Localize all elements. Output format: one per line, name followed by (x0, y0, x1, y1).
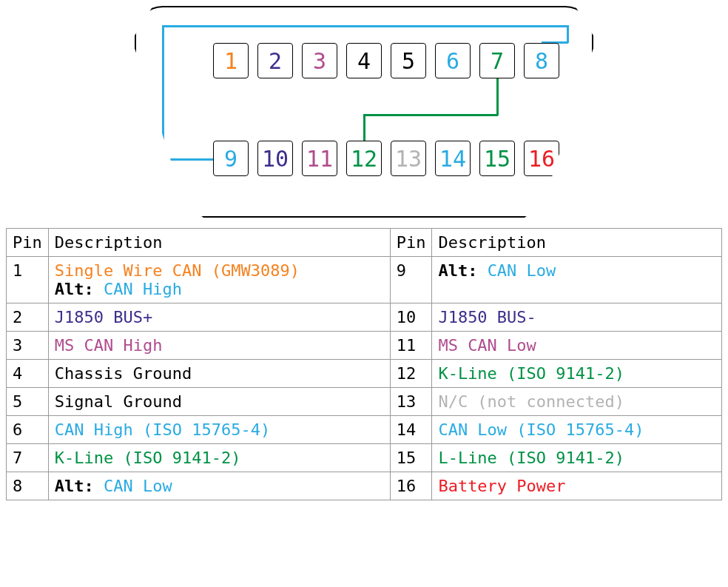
desc-text: Chassis Ground (55, 364, 192, 383)
table-row: 3 MS CAN High 11 MS CAN Low (7, 332, 722, 360)
pin-num: 5 (7, 388, 49, 416)
pin-16: 16 (524, 141, 559, 176)
desc-text: Signal Ground (55, 392, 182, 411)
pin-num: 3 (7, 332, 49, 360)
desc-text: MS CAN High (55, 336, 163, 355)
wire-blue (162, 25, 568, 27)
alt-text: CAN Low (104, 477, 172, 495)
pin-4: 4 (346, 43, 382, 78)
pin-row-top: 1 2 3 4 5 6 7 8 (213, 43, 559, 78)
pinout-table: Pin Description Pin Description 1 Single… (6, 228, 722, 500)
pin-1: 1 (213, 43, 249, 78)
pin-desc: J1850 BUS- (432, 303, 722, 332)
desc-text: K-Line (ISO 9141-2) (438, 364, 624, 383)
wire-green (363, 114, 498, 116)
pin-5: 5 (391, 43, 426, 78)
pin-desc: MS CAN High (48, 332, 390, 360)
table-row: 8 Alt: CAN Low 16 Battery Power (7, 472, 722, 500)
col-pin: Pin (7, 229, 49, 257)
desc-text: MS CAN Low (438, 336, 536, 355)
desc-text: K-Line (ISO 9141-2) (55, 449, 241, 467)
table-row: 6 CAN High (ISO 15765-4) 14 CAN Low (ISO… (7, 416, 722, 444)
pin-num: 14 (390, 416, 432, 444)
pin-desc: MS CAN Low (432, 332, 722, 360)
desc-text: Battery Power (438, 477, 565, 495)
pin-3: 3 (302, 43, 337, 78)
pin-num: 7 (7, 444, 49, 472)
table-row: 1 Single Wire CAN (GMW3089) Alt: CAN Hig… (7, 257, 722, 303)
table-row: 2 J1850 BUS+ 10 J1850 BUS- (7, 303, 722, 332)
col-pin: Pin (390, 229, 432, 257)
pin-2: 2 (257, 43, 293, 78)
pin-num: 9 (390, 257, 432, 303)
desc-text: CAN High (ISO 15765-4) (55, 420, 270, 439)
pin-desc: Signal Ground (48, 388, 390, 416)
obd-connector-diagram: 1 2 3 4 5 6 7 8 9 10 11 12 13 14 15 16 (135, 6, 593, 218)
pin-num: 6 (7, 416, 49, 444)
pin-desc: N/C (not connected) (432, 388, 722, 416)
wire-green (363, 114, 365, 142)
pin-desc: K-Line (ISO 9141-2) (432, 360, 722, 388)
connector-outline: 1 2 3 4 5 6 7 8 9 10 11 12 13 14 15 16 (135, 6, 593, 218)
pin-row-bottom: 9 10 11 12 13 14 15 16 (213, 141, 559, 176)
pin-8: 8 (524, 43, 559, 78)
col-desc: Description (432, 229, 722, 257)
pin-num: 15 (390, 444, 432, 472)
desc-text: J1850 BUS- (438, 308, 536, 326)
alt-text: CAN Low (488, 261, 556, 280)
pin-num: 13 (390, 388, 432, 416)
pin-num: 11 (390, 332, 432, 360)
table-row: 5 Signal Ground 13 N/C (not connected) (7, 388, 722, 416)
pin-11: 11 (302, 141, 337, 176)
pin-desc: J1850 BUS+ (48, 303, 390, 332)
pin-desc: Single Wire CAN (GMW3089) Alt: CAN High (48, 257, 390, 303)
wire-blue (567, 25, 569, 43)
desc-text: N/C (not connected) (438, 392, 624, 411)
desc-text: J1850 BUS+ (55, 308, 152, 326)
pin-num: 16 (390, 472, 432, 500)
alt-label: Alt: (438, 261, 477, 280)
wire-blue (162, 158, 213, 161)
pin-num: 12 (390, 360, 432, 388)
alt-label: Alt: (55, 280, 94, 298)
pin-9: 9 (213, 141, 249, 176)
pin-14: 14 (435, 141, 471, 176)
desc-text: CAN Low (ISO 15765-4) (438, 420, 644, 439)
wire-green (496, 78, 499, 115)
pin-num: 4 (7, 360, 49, 388)
pin-num: 1 (7, 257, 49, 303)
pin-num: 10 (390, 303, 432, 332)
alt-text: CAN High (104, 280, 182, 298)
pin-desc: Chassis Ground (48, 360, 390, 388)
pin-desc: Alt: CAN Low (432, 257, 722, 303)
table-header-row: Pin Description Pin Description (7, 229, 722, 257)
alt-label: Alt: (55, 477, 94, 495)
pin-desc: CAN Low (ISO 15765-4) (432, 416, 722, 444)
pin-desc: Battery Power (432, 472, 722, 500)
pin-desc: Alt: CAN Low (48, 472, 390, 500)
pin-desc: CAN High (ISO 15765-4) (48, 416, 390, 444)
table-row: 4 Chassis Ground 12 K-Line (ISO 9141-2) (7, 360, 722, 388)
pin-12: 12 (346, 141, 382, 176)
table-row: 7 K-Line (ISO 9141-2) 15 L-Line (ISO 914… (7, 444, 722, 472)
pin-desc: K-Line (ISO 9141-2) (48, 444, 390, 472)
desc-text: Single Wire CAN (GMW3089) (55, 261, 300, 280)
pin-13: 13 (391, 141, 426, 176)
pin-7: 7 (479, 43, 515, 78)
pin-6: 6 (435, 43, 471, 78)
wire-blue (162, 25, 164, 160)
pin-num: 2 (7, 303, 49, 332)
pin-10: 10 (257, 141, 293, 176)
pin-15: 15 (479, 141, 515, 176)
desc-text: L-Line (ISO 9141-2) (438, 449, 624, 467)
pin-desc: L-Line (ISO 9141-2) (432, 444, 722, 472)
col-desc: Description (48, 229, 390, 257)
pin-num: 8 (7, 472, 49, 500)
